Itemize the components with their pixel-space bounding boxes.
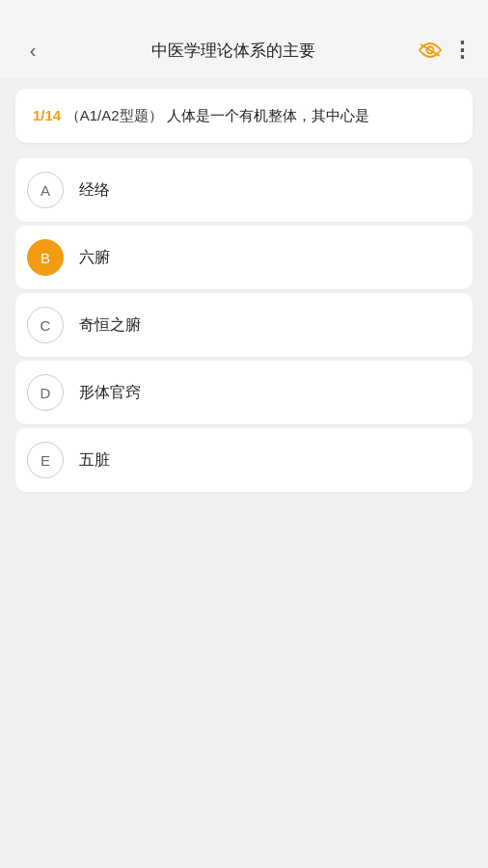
header-title: 中医学理论体系的主要 — [50, 40, 417, 62]
option-circle-a: A — [27, 172, 64, 208]
option-item-a[interactable]: A经络 — [15, 158, 473, 222]
question-number: 1/14 — [33, 107, 61, 123]
more-button[interactable]: ⋮ — [451, 38, 473, 63]
option-item-c[interactable]: C奇恒之腑 — [15, 293, 473, 357]
status-bar — [0, 0, 488, 23]
more-icon: ⋮ — [451, 38, 473, 63]
question-card: 1/14 （A1/A2型题） 人体是一个有机整体，其中心是 — [15, 89, 473, 143]
option-circle-d: D — [27, 374, 64, 411]
option-circle-b: B — [27, 239, 64, 276]
option-item-d[interactable]: D形体官窍 — [15, 361, 473, 424]
option-label-d: 形体官窍 — [79, 383, 141, 403]
option-item-e[interactable]: E五脏 — [15, 428, 473, 492]
option-label-c: 奇恒之腑 — [79, 315, 141, 336]
back-icon: ‹ — [30, 40, 37, 62]
option-label-a: 经络 — [79, 180, 110, 201]
back-button[interactable]: ‹ — [15, 33, 50, 68]
option-label-b: 六腑 — [79, 248, 110, 268]
options-list: A经络B六腑C奇恒之腑D形体官窍E五脏 — [15, 158, 473, 492]
eye-icon-button[interactable] — [417, 41, 444, 59]
header-actions: ⋮ — [417, 38, 473, 63]
option-item-b[interactable]: B六腑 — [15, 226, 473, 289]
main-content: 1/14 （A1/A2型题） 人体是一个有机整体，其中心是 A经络B六腑C奇恒之… — [0, 77, 488, 868]
option-circle-c: C — [27, 307, 64, 343]
option-label-e: 五脏 — [79, 450, 110, 471]
option-circle-e: E — [27, 442, 64, 478]
question-text: 人体是一个有机整体，其中心是 — [167, 107, 369, 123]
eye-icon — [417, 41, 444, 59]
question-type: （A1/A2型题） — [66, 107, 163, 123]
header: ‹ 中医学理论体系的主要 ⋮ — [0, 23, 488, 77]
